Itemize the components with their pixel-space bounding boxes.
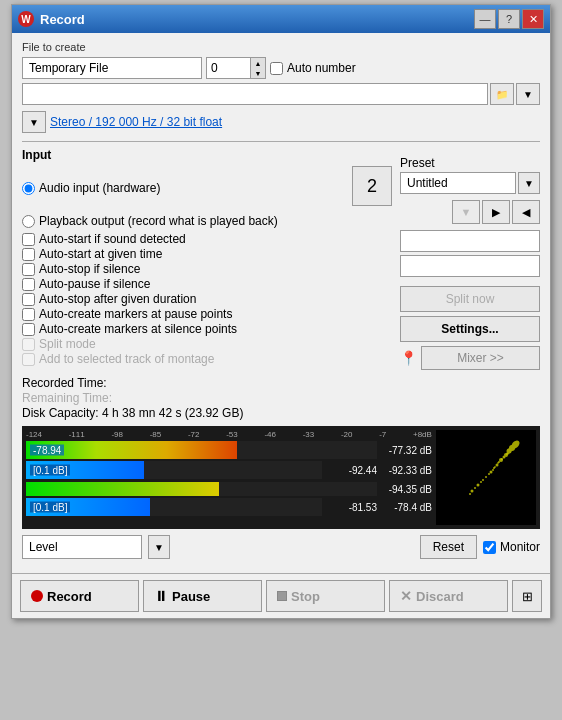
preset-label: Preset — [400, 156, 540, 170]
checkbox-5[interactable] — [22, 308, 35, 321]
checkbox-item-8: Add to selected track of montage — [22, 352, 392, 366]
checkbox-label-3: Auto-pause if silence — [39, 277, 150, 291]
checkbox-3[interactable] — [22, 278, 35, 291]
format-label[interactable]: Stereo / 192 000 Hz / 32 bit float — [50, 115, 222, 129]
svg-point-18 — [470, 490, 473, 493]
checkbox-label-0: Auto-start if sound detected — [39, 232, 186, 246]
settings-button[interactable]: Settings... — [400, 316, 540, 342]
meter-row-3: -94.35 dB — [26, 482, 432, 496]
record-label: Record — [47, 589, 92, 604]
window-title: Record — [40, 12, 468, 27]
record-dot-icon — [31, 590, 43, 602]
svg-point-20 — [488, 473, 490, 475]
recorded-time-label: Recorded Time: — [22, 376, 107, 390]
meter-db-2r: -92.33 dB — [377, 465, 432, 476]
svg-point-30 — [494, 466, 496, 468]
svg-point-19 — [469, 493, 471, 495]
svg-point-22 — [482, 479, 484, 481]
checkbox-item-0: Auto-start if sound detected — [22, 232, 392, 246]
meter-row-1: -78.94 -77.32 dB — [26, 441, 432, 459]
checkbox-8 — [22, 353, 35, 366]
svg-point-17 — [474, 487, 476, 489]
level-arrow-button[interactable]: ▼ — [148, 535, 170, 559]
minimize-button[interactable]: — — [474, 9, 496, 29]
meter-label-4: [0.1 dB] — [30, 502, 70, 513]
checkbox-2[interactable] — [22, 263, 35, 276]
checkbox-4[interactable] — [22, 293, 35, 306]
pause-icon: ⏸ — [154, 588, 168, 604]
meter-label-1: -78.94 — [30, 445, 64, 456]
pause-button[interactable]: ⏸ Pause — [143, 580, 262, 612]
app-icon: W — [18, 11, 34, 27]
file-number-input[interactable]: 0 — [206, 57, 251, 79]
audio-input-radio[interactable] — [22, 182, 35, 195]
number-down-button[interactable]: ▼ — [251, 68, 265, 78]
auto-number-label: Auto number — [287, 61, 356, 75]
input-section-title: Input — [22, 148, 392, 162]
discard-icon: ✕ — [400, 588, 412, 604]
monitor-label: Monitor — [500, 540, 540, 554]
record-button[interactable]: Record — [20, 580, 139, 612]
monitor-checkbox[interactable] — [483, 541, 496, 554]
audio-input-label: Audio input (hardware) — [39, 181, 160, 195]
reset-button[interactable]: Reset — [420, 535, 477, 559]
preset-dropdown[interactable]: Untitled — [400, 172, 516, 194]
nav-back-button[interactable]: ◀ — [512, 200, 540, 224]
file-to-create-label: File to create — [22, 41, 540, 53]
checkbox-7 — [22, 338, 35, 351]
file-path-input[interactable] — [22, 83, 488, 105]
split-now-button[interactable]: Split now — [400, 286, 540, 312]
checkbox-label-7: Split mode — [39, 337, 96, 351]
playback-label: Playback output (record what is played b… — [39, 214, 278, 228]
nav-down-button[interactable]: ▼ — [452, 200, 480, 224]
meter-db-3r: -94.35 dB — [377, 484, 432, 495]
meter-db-4: -81.53 — [322, 502, 377, 513]
help-button[interactable]: ? — [498, 9, 520, 29]
checkbox-6[interactable] — [22, 323, 35, 336]
svg-point-29 — [497, 462, 499, 464]
svg-point-21 — [492, 469, 494, 471]
extra-icon: ⊞ — [522, 589, 533, 604]
meter-scale: -124-111-98-85-72 -53-46-33-20-7+8dB — [26, 430, 432, 439]
checkbox-label-2: Auto-stop if silence — [39, 262, 140, 276]
discard-label: Discard — [416, 589, 464, 604]
svg-point-1 — [485, 476, 487, 478]
svg-point-2 — [489, 471, 492, 474]
extra-transport-button[interactable]: ⊞ — [512, 580, 542, 612]
path-folder-button[interactable]: 📁 — [490, 83, 514, 105]
auto-number-checkbox[interactable] — [270, 62, 283, 75]
checkbox-item-5: Auto-create markers at pause points — [22, 307, 392, 321]
discard-button[interactable]: ✕ Discard — [389, 580, 508, 612]
close-button[interactable]: ✕ — [522, 9, 544, 29]
level-dropdown[interactable]: Level — [22, 535, 142, 559]
playback-input-radio[interactable] — [22, 215, 35, 228]
disk-capacity-label: Disk Capacity: 4 h 38 mn 42 s (23.92 GB) — [22, 406, 243, 420]
preset-text-field-1[interactable] — [400, 230, 540, 252]
checkbox-item-6: Auto-create markers at silence points — [22, 322, 392, 336]
format-expand-button[interactable]: ▼ — [22, 111, 46, 133]
checkbox-0[interactable] — [22, 233, 35, 246]
checkbox-label-4: Auto-stop after given duration — [39, 292, 196, 306]
device-number: 2 — [367, 176, 377, 197]
checkbox-1[interactable] — [22, 248, 35, 261]
file-type-dropdown[interactable]: Temporary File — [22, 57, 202, 79]
meter-row-4: [0.1 dB] -81.53 -78.4 dB — [26, 498, 432, 516]
transport-bar: Record ⏸ Pause Stop ✕ Discard ⊞ — [12, 573, 550, 618]
remaining-time-label: Remaining Time: — [22, 391, 112, 405]
preset-dropdown-arrow[interactable]: ▼ — [518, 172, 540, 194]
svg-point-27 — [506, 453, 508, 455]
device-number-button[interactable]: 2 — [352, 166, 392, 206]
stop-label: Stop — [291, 589, 320, 604]
preset-text-field-2[interactable] — [400, 255, 540, 277]
checkbox-item-1: Auto-start at given time — [22, 247, 392, 261]
number-up-button[interactable]: ▲ — [251, 58, 265, 68]
path-arrow-button[interactable]: ▼ — [516, 83, 540, 105]
svg-point-16 — [476, 484, 479, 487]
svg-point-15 — [480, 481, 482, 483]
nav-play-button[interactable]: ▶ — [482, 200, 510, 224]
mixer-button[interactable]: Mixer >> — [421, 346, 540, 370]
checkbox-item-3: Auto-pause if silence — [22, 277, 392, 291]
stop-button[interactable]: Stop — [266, 580, 385, 612]
checkbox-label-1: Auto-start at given time — [39, 247, 162, 261]
checkbox-label-5: Auto-create markers at pause points — [39, 307, 232, 321]
